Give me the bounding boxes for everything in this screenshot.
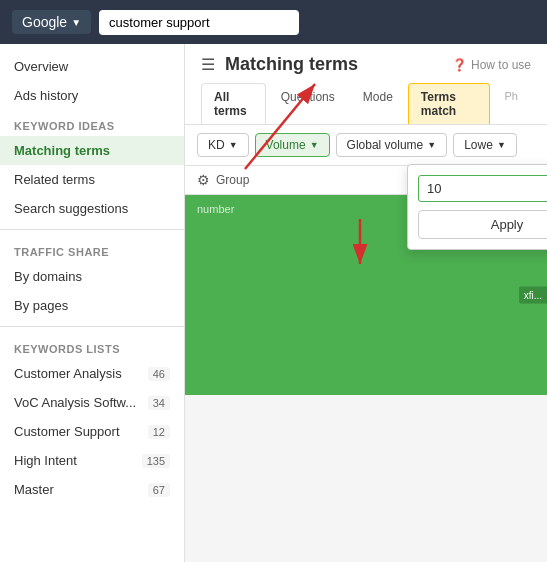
filter-kd-caret-icon: ▼: [229, 140, 238, 150]
sidebar-item-voc-analysis[interactable]: VoC Analysis Softw... 34: [0, 388, 184, 417]
filter-global-volume-label: Global volume: [347, 138, 424, 152]
sidebar-section-keywords-lists: Keywords lists: [0, 333, 184, 359]
sidebar-item-label: Matching terms: [14, 143, 110, 158]
how-to-use-label: How to use: [471, 58, 531, 72]
filter-global-volume-caret-icon: ▼: [427, 140, 436, 150]
filter-global-volume-button[interactable]: Global volume ▼: [336, 133, 448, 157]
sidebar-badge: 135: [142, 454, 170, 468]
search-input[interactable]: [99, 10, 299, 35]
sidebar-item-matching-terms[interactable]: Matching terms: [0, 136, 184, 165]
chart-number-label: number: [197, 203, 234, 215]
filter-lower-label: Lowe: [464, 138, 493, 152]
topbar: Google ▼: [0, 0, 547, 44]
tab-mode[interactable]: Mode: [350, 83, 406, 124]
volume-min-input[interactable]: [418, 175, 547, 202]
volume-dropdown: Apply: [407, 164, 547, 250]
group-icon: ⚙: [197, 172, 210, 188]
filter-volume-caret-icon: ▼: [310, 140, 319, 150]
apply-button[interactable]: Apply: [418, 210, 547, 239]
sidebar-badge: 46: [148, 367, 170, 381]
filter-volume-button[interactable]: Volume ▼: [255, 133, 330, 157]
sidebar-item-high-intent[interactable]: High Intent 135: [0, 446, 184, 475]
sidebar: Overview Ads history Keyword ideas Match…: [0, 44, 185, 562]
tabs: All terms Questions Mode Terms match Ph: [201, 83, 531, 124]
brand-label: Google: [22, 14, 67, 30]
question-icon: ❓: [452, 58, 467, 72]
sidebar-item-related-terms[interactable]: Related terms: [0, 165, 184, 194]
sidebar-item-by-pages[interactable]: By pages: [0, 291, 184, 320]
tab-all-terms[interactable]: All terms: [201, 83, 266, 124]
sidebar-item-label: VoC Analysis Softw...: [14, 395, 136, 410]
tab-ph[interactable]: Ph: [492, 83, 531, 124]
tab-questions[interactable]: Questions: [268, 83, 348, 124]
sidebar-item-label: Search suggestions: [14, 201, 128, 216]
sidebar-badge: 12: [148, 425, 170, 439]
sidebar-section-keyword-ideas: Keyword ideas: [0, 110, 184, 136]
layout: Overview Ads history Keyword ideas Match…: [0, 44, 547, 562]
sidebar-item-label: Customer Analysis: [14, 366, 122, 381]
sidebar-item-label: Related terms: [14, 172, 95, 187]
sidebar-item-overview[interactable]: Overview: [0, 52, 184, 81]
chart-right-label: xfi...: [519, 287, 547, 304]
sidebar-item-by-domains[interactable]: By domains: [0, 262, 184, 291]
sidebar-badge: 34: [148, 396, 170, 410]
sidebar-item-search-suggestions[interactable]: Search suggestions: [0, 194, 184, 223]
sidebar-item-label: By domains: [14, 269, 82, 284]
sidebar-item-customer-support[interactable]: Customer Support 12: [0, 417, 184, 446]
sidebar-item-label: Customer Support: [14, 424, 120, 439]
filter-kd-label: KD: [208, 138, 225, 152]
tab-terms-match[interactable]: Terms match: [408, 83, 490, 124]
sidebar-item-ads-history[interactable]: Ads history: [0, 81, 184, 110]
brand-caret-icon: ▼: [71, 17, 81, 28]
page-title: Matching terms: [225, 54, 358, 75]
dropdown-inputs: [418, 175, 547, 202]
sidebar-item-label: Overview: [14, 59, 68, 74]
hamburger-icon: ☰: [201, 55, 215, 74]
sidebar-item-master[interactable]: Master 67: [0, 475, 184, 504]
sidebar-divider-2: [0, 326, 184, 327]
how-to-use-link[interactable]: ❓ How to use: [452, 58, 531, 72]
filter-lower-caret-icon: ▼: [497, 140, 506, 150]
sidebar-item-label: High Intent: [14, 453, 77, 468]
brand-button[interactable]: Google ▼: [12, 10, 91, 34]
sidebar-item-label: Master: [14, 482, 54, 497]
main-content: ☰ Matching terms ❓ How to use All terms …: [185, 44, 547, 562]
filter-bar: KD ▼ Volume ▼ Global volume ▼ Lowe ▼: [185, 125, 547, 166]
page-header: ☰ Matching terms ❓ How to use All terms …: [185, 44, 547, 125]
group-label: Group: [216, 173, 249, 187]
sidebar-item-label: Ads history: [14, 88, 78, 103]
sidebar-divider: [0, 229, 184, 230]
sidebar-item-customer-analysis[interactable]: Customer Analysis 46: [0, 359, 184, 388]
filter-volume-label: Volume: [266, 138, 306, 152]
filter-kd-button[interactable]: KD ▼: [197, 133, 249, 157]
sidebar-section-traffic-share: Traffic share: [0, 236, 184, 262]
sidebar-badge: 67: [148, 483, 170, 497]
sidebar-item-label: By pages: [14, 298, 68, 313]
filter-lower-button[interactable]: Lowe ▼: [453, 133, 517, 157]
page-title-row: ☰ Matching terms ❓ How to use: [201, 54, 531, 75]
